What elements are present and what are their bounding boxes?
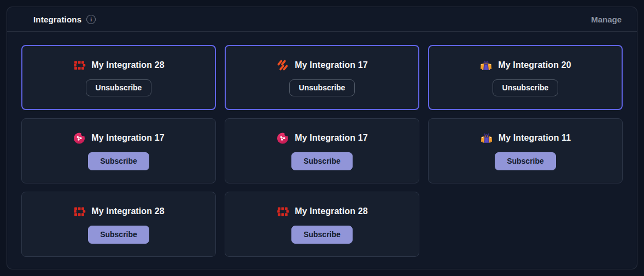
manage-link[interactable]: Manage bbox=[591, 15, 622, 24]
integration-card: My Integration 17 Subscribe bbox=[225, 118, 419, 183]
card-title-row: My Integration 20 bbox=[479, 59, 571, 72]
unsubscribe-button[interactable]: Unsubscribe bbox=[86, 79, 152, 96]
integration-title: My Integration 17 bbox=[91, 133, 164, 143]
integration-title: My Integration 28 bbox=[295, 206, 367, 216]
card-title-row: My Integration 28 bbox=[73, 205, 164, 218]
card-title-row: My Integration 17 bbox=[276, 59, 367, 72]
integration-title: My Integration 28 bbox=[91, 206, 164, 216]
red-blocks-icon bbox=[73, 59, 86, 72]
integration-card: My Integration 28 Subscribe bbox=[225, 192, 419, 257]
pink-share-icon bbox=[73, 131, 86, 145]
unsubscribe-button[interactable]: Unsubscribe bbox=[289, 79, 355, 96]
card-title-row: My Integration 17 bbox=[73, 131, 164, 145]
integration-title: My Integration 17 bbox=[295, 133, 367, 143]
red-blocks-icon bbox=[276, 205, 289, 218]
card-title-row: My Integration 28 bbox=[73, 59, 164, 72]
integration-title: My Integration 17 bbox=[295, 60, 367, 70]
card-title-row: My Integration 11 bbox=[480, 131, 571, 145]
integrations-grid: My Integration 28 Unsubscribe My Integra… bbox=[7, 32, 637, 270]
integration-card: My Integration 20 Unsubscribe bbox=[428, 45, 623, 110]
subscribe-button[interactable]: Subscribe bbox=[291, 152, 353, 170]
pink-share-icon bbox=[276, 131, 289, 145]
unsubscribe-button[interactable]: Unsubscribe bbox=[493, 79, 559, 96]
integration-card: My Integration 11 Subscribe bbox=[428, 118, 623, 183]
panel-header: Integrations i Manage bbox=[7, 7, 637, 32]
info-icon[interactable]: i bbox=[86, 15, 96, 24]
subscribe-button[interactable]: Subscribe bbox=[291, 226, 353, 244]
wizard-mascot-icon bbox=[479, 59, 493, 72]
card-title-row: My Integration 28 bbox=[276, 205, 367, 218]
panel-title: Integrations bbox=[33, 15, 81, 24]
orange-slashes-icon bbox=[276, 59, 289, 72]
wizard-mascot-icon bbox=[480, 131, 493, 145]
integrations-panel: Integrations i Manage My Integration 28 … bbox=[7, 7, 637, 269]
red-blocks-icon bbox=[73, 205, 86, 218]
subscribe-button[interactable]: Subscribe bbox=[88, 152, 149, 170]
integration-card: My Integration 17 Unsubscribe bbox=[225, 45, 419, 110]
subscribe-button[interactable]: Subscribe bbox=[88, 226, 149, 244]
subscribe-button[interactable]: Subscribe bbox=[495, 152, 556, 170]
integration-card: My Integration 28 Subscribe bbox=[21, 192, 216, 257]
integration-card: My Integration 28 Unsubscribe bbox=[21, 45, 216, 110]
integration-title: My Integration 20 bbox=[498, 60, 571, 70]
integration-title: My Integration 11 bbox=[499, 133, 571, 143]
integration-title: My Integration 28 bbox=[91, 60, 164, 70]
card-title-row: My Integration 17 bbox=[276, 131, 367, 145]
integration-card: My Integration 17 Subscribe bbox=[21, 118, 216, 183]
